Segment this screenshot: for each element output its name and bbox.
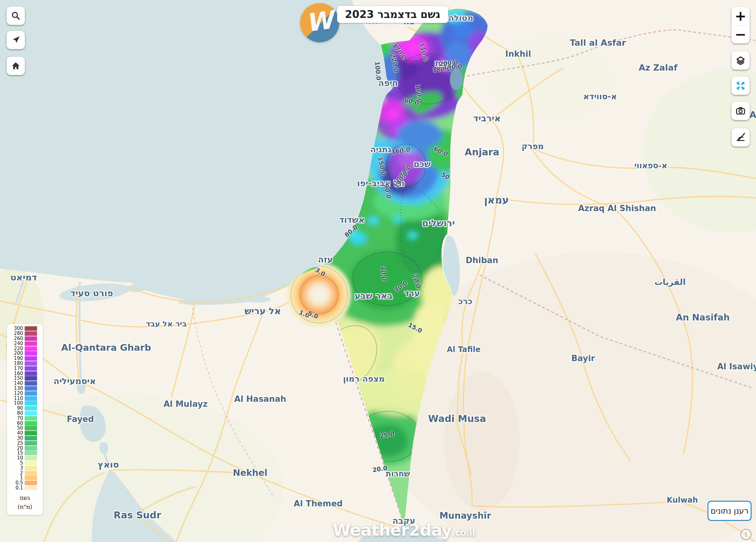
map-app: צורמטולהצפתחיפהנתניהשכםתל אביב-יפואשדודי… xyxy=(0,0,756,542)
legend-swatch xyxy=(25,436,37,441)
legend-row: 0.5 xyxy=(9,481,41,486)
fullscreen-icon xyxy=(735,80,746,91)
legend-swatch xyxy=(25,351,37,356)
legend-value: 10 xyxy=(9,456,25,460)
legend-swatch xyxy=(25,421,37,426)
legend-swatch xyxy=(25,471,37,476)
legend-value: 180 xyxy=(9,361,25,366)
layers-icon xyxy=(735,55,746,66)
legend-value: 220 xyxy=(9,346,25,351)
legend-value: 5 xyxy=(9,461,25,465)
legend-row: 1 xyxy=(9,476,41,481)
map-svg xyxy=(0,0,756,542)
legend-value: 190 xyxy=(9,356,25,361)
legend-row: 15 xyxy=(9,451,41,456)
lakes xyxy=(450,69,463,90)
legend-value: 0.1 xyxy=(9,486,25,490)
layers-button[interactable] xyxy=(731,51,750,70)
legend-value: 15 xyxy=(9,451,25,455)
refresh-data-button[interactable]: רענן נתונים xyxy=(707,501,752,521)
legend-row: 3 xyxy=(9,465,41,471)
legend-row: 120 xyxy=(9,391,41,396)
legend-value: 200 xyxy=(9,351,25,356)
logo-letter: W xyxy=(304,5,335,37)
legend-unit-line2: (מ"מ) xyxy=(9,503,41,512)
legend-row: 200 xyxy=(9,351,41,356)
legend-value: 240 xyxy=(9,341,25,346)
legend-row: 220 xyxy=(9,346,41,351)
legend-swatch xyxy=(25,386,37,391)
screenshot-button[interactable] xyxy=(731,102,750,120)
legend-row: 130 xyxy=(9,386,41,391)
legend-value: 280 xyxy=(9,331,25,336)
legend-row: 20 xyxy=(9,446,41,451)
legend-row: 50 xyxy=(9,426,41,431)
legend-row: 90 xyxy=(9,406,41,411)
search-icon xyxy=(11,11,21,21)
legend-swatch xyxy=(25,331,37,336)
page-title: גשם בדצמבר 2023 xyxy=(337,6,448,23)
legend-unit: גשם (מ"מ) xyxy=(9,494,41,512)
legend-value: 300 xyxy=(9,326,25,331)
attribution-icon[interactable]: ! xyxy=(740,529,752,540)
locate-arrow-icon xyxy=(11,35,21,45)
legend-value: 20 xyxy=(9,446,25,451)
home-icon xyxy=(11,61,21,71)
legend-row: 150 xyxy=(9,376,41,381)
home-button[interactable] xyxy=(7,57,25,75)
legend-value: 25 xyxy=(9,441,25,446)
legend-value: 3 xyxy=(9,466,25,471)
legend-swatch xyxy=(25,441,37,446)
legend-row: 280 xyxy=(9,331,41,336)
legend-row: 180 xyxy=(9,361,41,366)
legend-row: 60 xyxy=(9,421,41,426)
legend-row: 100 xyxy=(9,401,41,406)
legend-swatch xyxy=(25,336,37,341)
legend-value: 170 xyxy=(9,366,25,371)
zoom-out-button[interactable]: − xyxy=(731,26,750,44)
legend-unit-line1: גשם xyxy=(9,494,41,503)
legend-value: 40 xyxy=(9,431,25,436)
map-canvas[interactable] xyxy=(0,0,756,542)
legend-row: 110 xyxy=(9,396,41,401)
measure-button[interactable] xyxy=(731,128,750,146)
legend-row: 170 xyxy=(9,366,41,371)
legend-swatch xyxy=(25,466,37,471)
legend-swatch xyxy=(25,431,37,436)
legend-row: 2 xyxy=(9,471,41,476)
zoom-in-button[interactable]: + xyxy=(731,7,750,25)
legend-row: 260 xyxy=(9,336,41,341)
locate-button[interactable] xyxy=(7,31,25,49)
legend-swatch xyxy=(25,476,37,480)
search-button[interactable] xyxy=(7,7,25,25)
legend-value: 1 xyxy=(9,476,25,480)
legend-value: 120 xyxy=(9,391,25,396)
legend-swatch xyxy=(25,401,37,406)
legend-swatch xyxy=(25,366,37,371)
legend-value: 140 xyxy=(9,381,25,386)
legend-row: 70 xyxy=(9,416,41,421)
fullscreen-button[interactable] xyxy=(731,77,750,95)
legend-swatch xyxy=(25,416,37,421)
legend-row: 10 xyxy=(9,456,41,461)
legend-value: 2 xyxy=(9,471,25,476)
legend-value: 70 xyxy=(9,416,25,421)
legend-swatch xyxy=(25,426,37,431)
legend-value: 130 xyxy=(9,386,25,391)
legend-swatch xyxy=(25,411,37,416)
legend-swatch xyxy=(25,391,37,396)
legend-value: 110 xyxy=(9,396,25,401)
legend-row: 300 xyxy=(9,326,41,331)
legend-swatch xyxy=(25,356,37,361)
legend-row: 5 xyxy=(9,461,41,466)
legend-swatch xyxy=(25,481,37,485)
legend-value: 60 xyxy=(9,421,25,426)
weather2day-logo: W xyxy=(300,3,339,42)
legend-row: 80 xyxy=(9,411,41,416)
legend-swatch xyxy=(25,361,37,366)
legend-row: 190 xyxy=(9,356,41,361)
legend-swatch xyxy=(25,381,37,386)
legend-row: 40 xyxy=(9,431,41,436)
legend-value: 100 xyxy=(9,401,25,406)
legend-swatch xyxy=(25,486,37,490)
